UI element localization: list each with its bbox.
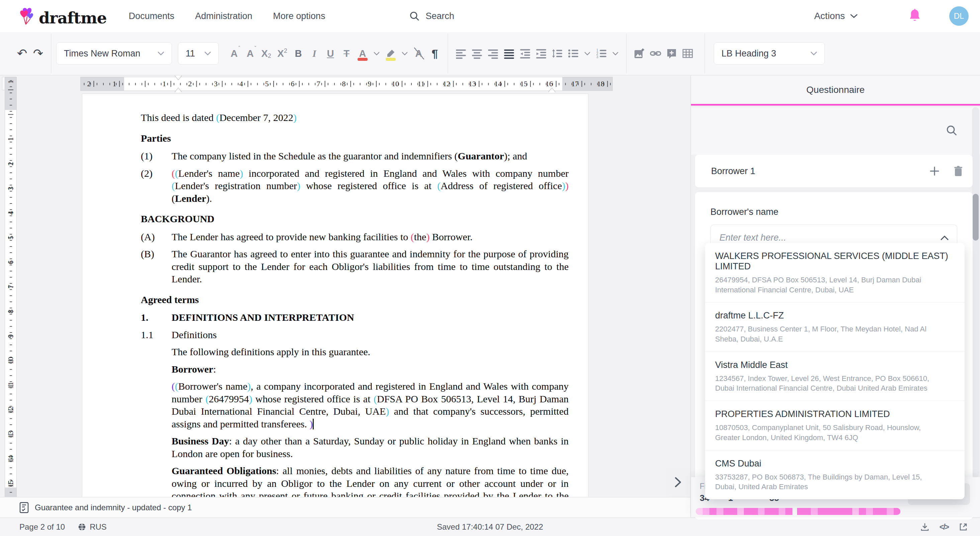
document-title[interactable]: Guarantee and indemnity - updated - copy… xyxy=(35,503,192,512)
align-left-button[interactable] xyxy=(453,45,469,62)
undo-button[interactable]: ↶ xyxy=(14,45,30,62)
font-size-select[interactable]: 11 xyxy=(178,43,219,65)
user-avatar[interactable]: DL xyxy=(949,6,969,26)
borrower-group-title: Borrower 1 xyxy=(711,166,755,176)
search-icon[interactable] xyxy=(945,124,958,137)
dropdown-option[interactable]: PROPERTIES ADMINISTRATION LIMITED 108705… xyxy=(705,401,965,450)
doc-paragraph: BACKGROUND xyxy=(141,212,569,225)
language-selector[interactable]: RUS xyxy=(78,522,107,532)
sidebar-scrollbar-track[interactable] xyxy=(972,107,979,477)
progress-segment xyxy=(838,508,846,515)
first-line-indent-marker[interactable] xyxy=(175,76,182,84)
align-right-button[interactable] xyxy=(485,45,501,62)
page-indicator[interactable]: Page 2 of 10 xyxy=(19,522,65,532)
dropdown-option[interactable]: Vistra Middle East 1234567, Index Tower,… xyxy=(705,352,965,401)
sidebar-scrollbar-thumb[interactable] xyxy=(973,194,978,241)
show-paragraph-marks-button[interactable]: ¶ xyxy=(427,45,443,62)
document-page[interactable]: This deed is dated (December 7, 2022)Par… xyxy=(82,94,588,497)
decrease-font-button[interactable]: Aˇ xyxy=(242,45,258,62)
nav-item-administration[interactable]: Administration xyxy=(195,11,252,21)
vertical-ruler-numbers: 1123456789101112131415 xyxy=(5,77,16,496)
clear-formatting-button[interactable]: A xyxy=(411,45,427,62)
line-spacing-button[interactable] xyxy=(549,45,565,62)
progress-segment xyxy=(866,508,873,515)
strikethrough-button[interactable]: T xyxy=(339,45,355,62)
questionnaire-search-row xyxy=(691,107,980,155)
chevron-down-icon xyxy=(204,51,211,56)
highlight-button[interactable] xyxy=(383,45,399,62)
paragraph-style-select[interactable]: LB Heading 3 xyxy=(714,43,825,65)
chevron-up-icon[interactable] xyxy=(940,235,949,241)
doc-paragraph: ((Borrower's name), a company incorporat… xyxy=(172,380,569,430)
borrower-name-input[interactable] xyxy=(719,233,935,243)
source-code-icon[interactable]: </> xyxy=(940,523,948,532)
doc-paragraph: (2)((Lender's name) incorporated and reg… xyxy=(141,167,569,205)
brand-logo[interactable]: draftme xyxy=(19,6,107,26)
nav-item-more-options[interactable]: More options xyxy=(273,11,325,21)
horizontal-ruler[interactable]: 21123456789101112131415161718 xyxy=(80,77,613,91)
numbered-list-button[interactable]: 123 xyxy=(593,45,609,62)
doc-paragraph: Agreed terms xyxy=(141,293,569,306)
collapse-panel-button[interactable] xyxy=(666,467,690,497)
align-center-button[interactable] xyxy=(469,45,485,62)
ruler-number: 10 xyxy=(392,79,399,88)
insert-link-button[interactable] xyxy=(648,45,663,62)
subscript-button[interactable]: X2 xyxy=(258,45,274,62)
download-document-icon[interactable] xyxy=(920,522,929,532)
bold-button[interactable]: B xyxy=(290,45,306,62)
dropdown-option[interactable]: CMS Dubai 33753287, PO Box 506873, The B… xyxy=(705,450,965,499)
superscript-button[interactable]: X2 xyxy=(274,45,290,62)
ruler-number: 8 xyxy=(342,79,346,88)
decrease-indent-button[interactable] xyxy=(517,45,533,62)
justify-button[interactable] xyxy=(501,45,517,62)
company-details: 1234567, Index Tower, Level 26, West Ent… xyxy=(715,374,943,393)
increase-font-button[interactable]: Aˆ xyxy=(226,45,242,62)
ruler-number: 9 xyxy=(6,335,15,338)
vertical-ruler[interactable]: 1123456789101112131415 xyxy=(5,77,17,497)
bullet-list-chevron[interactable] xyxy=(581,45,593,62)
progress-segment xyxy=(824,508,832,515)
dropdown-option[interactable]: draftme L.L.C-FZ 2202477, Business Cente… xyxy=(705,303,965,352)
dropdown-option[interactable]: WALKERS PROFESSIONAL SERVICES (MIDDLE EA… xyxy=(705,243,965,303)
globe-icon xyxy=(78,523,86,531)
progress-segment xyxy=(772,508,779,515)
expand-view-icon[interactable] xyxy=(959,522,968,532)
search-button[interactable]: Search xyxy=(409,10,454,22)
doc-paragraph: The following definitions apply in this … xyxy=(172,346,569,358)
highlight-chevron[interactable] xyxy=(399,45,411,62)
ruler-number: 10 xyxy=(6,357,15,364)
hanging-indent-marker[interactable] xyxy=(175,84,182,92)
ruler-number: 3 xyxy=(214,79,218,88)
progress-segment xyxy=(887,508,894,515)
right-indent-marker[interactable] xyxy=(548,84,555,92)
company-name: CMS Dubai xyxy=(715,458,955,469)
svg-text:3: 3 xyxy=(597,55,598,59)
font-color-chevron[interactable] xyxy=(371,45,383,62)
underline-button[interactable]: U xyxy=(323,45,339,62)
increase-indent-button[interactable] xyxy=(533,45,549,62)
font-family-select[interactable]: Times New Roman xyxy=(56,43,172,65)
search-label: Search xyxy=(425,11,454,21)
numbered-list-chevron[interactable] xyxy=(609,45,622,62)
highlight-color-swatch xyxy=(386,58,396,61)
delete-borrower-button[interactable] xyxy=(953,165,963,177)
redo-button[interactable]: ↷ xyxy=(30,45,46,62)
insert-table-button[interactable] xyxy=(679,45,696,62)
insert-image-button[interactable] xyxy=(632,45,648,62)
nav-item-documents[interactable]: Documents xyxy=(129,11,175,21)
italic-button[interactable]: I xyxy=(306,45,323,62)
notifications-bell-icon[interactable] xyxy=(908,8,922,24)
bullet-list-button[interactable] xyxy=(565,45,581,62)
doc-paragraph: This deed is dated (December 7, 2022) xyxy=(141,111,569,124)
actions-label: Actions xyxy=(814,11,845,21)
ruler-number: 5 xyxy=(265,79,269,88)
document-content[interactable]: This deed is dated (December 7, 2022)Par… xyxy=(82,94,588,497)
font-color-button[interactable]: A xyxy=(355,45,371,62)
add-borrower-button[interactable] xyxy=(929,166,940,176)
add-comment-button[interactable] xyxy=(663,45,679,62)
actions-dropdown[interactable]: Actions xyxy=(814,11,858,21)
ruler-number: 14 xyxy=(6,455,15,463)
company-name: PROPERTIES ADMINISTRATION LIMITED xyxy=(715,409,955,419)
ruler-number: 9 xyxy=(368,79,372,88)
questionnaire-title: Questionnaire xyxy=(807,84,865,95)
